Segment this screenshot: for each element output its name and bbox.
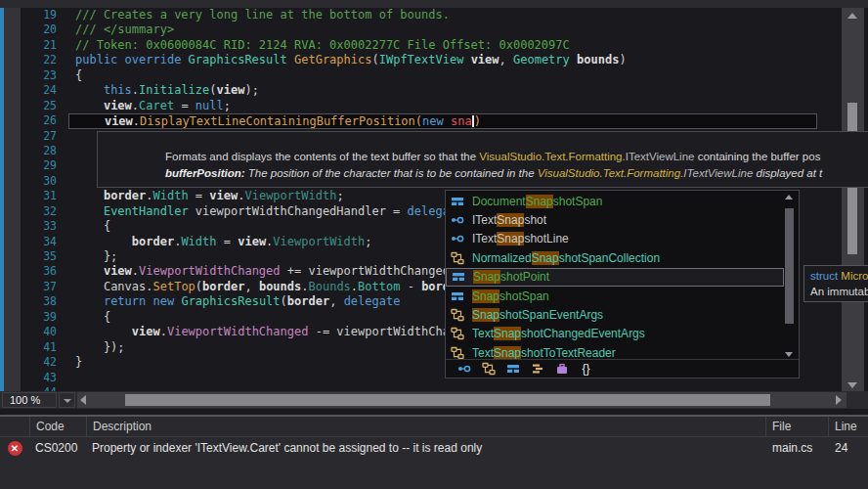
- severity-column-header[interactable]: [0, 417, 30, 436]
- completion-item[interactable]: TextSnapshotChangedEventArgs: [446, 325, 784, 343]
- error-file: main.cs: [766, 441, 829, 455]
- code-line[interactable]: 22public override GraphicsResult GetGrap…: [0, 53, 843, 67]
- interface-filter-icon[interactable]: [452, 361, 476, 377]
- code-text: view.Caret = null;: [68, 99, 817, 113]
- completion-list[interactable]: DocumentSnapshotSpanITextSnapshotITextSn…: [446, 192, 784, 363]
- completion-item-selected[interactable]: SnapshotPoint: [446, 268, 784, 287]
- class-icon: [451, 251, 466, 265]
- code-text: public override GraphicsResult GetGraphi…: [68, 53, 817, 67]
- scroll-left-arrow-icon[interactable]: [80, 395, 86, 405]
- error-list-panel: Code Description File Line ✕ CS0200 Prop…: [0, 415, 868, 489]
- error-list-header: Code Description File Line: [0, 417, 868, 437]
- completion-item-tooltip: struct Micro An immutabl: [803, 265, 868, 302]
- line-number: 32: [0, 204, 57, 219]
- error-icon: ✕: [8, 441, 22, 456]
- match-highlight: Snap: [497, 213, 524, 227]
- match-highlight: Snap: [494, 346, 521, 360]
- line-number: 34: [0, 235, 57, 249]
- line-number: 26: [0, 113, 57, 128]
- completion-item-label: NormalizedSnapshotSpanCollection: [472, 251, 660, 265]
- class-icon: [451, 346, 466, 360]
- line-column-header[interactable]: Line: [829, 420, 868, 433]
- class-filter-icon[interactable]: [476, 361, 500, 377]
- line-number: 36: [0, 264, 57, 279]
- zoom-level-control[interactable]: 100 %: [2, 392, 57, 408]
- completion-scroll-down-icon[interactable]: [785, 352, 793, 357]
- scroll-right-arrow-icon[interactable]: [836, 395, 842, 405]
- line-number: 27: [0, 129, 57, 144]
- completion-scroll-up-icon[interactable]: [785, 195, 793, 200]
- parameter-description: bufferPosition: The position of the char…: [98, 165, 868, 182]
- line-number: 20: [0, 22, 57, 37]
- editor-horizontal-scrollbar[interactable]: [77, 392, 846, 408]
- completion-item-label: SnapshotSpan: [472, 289, 549, 303]
- code-line[interactable]: 21// Token: 0x0600084C RID: 2124 RVA: 0x…: [0, 38, 843, 53]
- line-number: 22: [0, 53, 57, 67]
- match-highlight: Snap: [494, 327, 521, 340]
- completion-scrollbar[interactable]: [783, 193, 796, 359]
- zoom-level-value: 100 %: [10, 394, 40, 406]
- line-number: 21: [0, 38, 57, 53]
- enum-filter-icon[interactable]: [525, 361, 549, 377]
- code-editor[interactable]: 19/// Creates a very long line at the bo…: [0, 0, 868, 409]
- scroll-down-arrow-icon[interactable]: [847, 382, 857, 388]
- error-description: Property or indexer 'ITextView.Caret' ca…: [86, 441, 766, 455]
- code-text: // Token: 0x0600084C RID: 2124 RVA: 0x00…: [68, 38, 817, 53]
- completion-item-label: DocumentSnapshotSpan: [472, 195, 602, 208]
- error-row[interactable]: ✕ CS0200 Property or indexer 'ITextView.…: [0, 437, 868, 459]
- code-line[interactable]: 26 view.DisplayTextLineContainingBufferP…: [0, 113, 843, 128]
- line-number: 43: [0, 371, 57, 385]
- struct-filter-icon[interactable]: [500, 361, 525, 377]
- completion-item[interactable]: SnapshotSpanEventArgs: [446, 305, 784, 324]
- line-number: 31: [0, 189, 57, 203]
- code-line[interactable]: 25 view.Caret = null;: [0, 99, 843, 113]
- description-column-header[interactable]: Description: [87, 417, 766, 436]
- line-number: 33: [0, 219, 57, 234]
- completion-item[interactable]: NormalizedSnapshotSpanCollection: [446, 248, 784, 267]
- code-line[interactable]: 24 this.Initialize(view);: [0, 83, 843, 98]
- zoom-dropdown-button[interactable]: [59, 392, 75, 408]
- code-line[interactable]: 19/// Creates a very long line at the bo…: [0, 8, 843, 22]
- class-icon: [451, 308, 466, 322]
- editor-top-strip: [0, 0, 868, 8]
- code-text: view.DisplayTextLineContainingBufferPosi…: [68, 113, 817, 128]
- snippet-filter-icon[interactable]: {}: [574, 361, 598, 377]
- line-number: 28: [0, 144, 57, 158]
- file-column-header[interactable]: File: [766, 417, 829, 436]
- completion-item[interactable]: ITextSnapshotLine: [446, 230, 784, 248]
- editor-vertical-scrollbar[interactable]: [842, 8, 864, 393]
- code-column-header[interactable]: Code: [30, 417, 87, 436]
- completion-item-label: TextSnapshotToTextReader: [472, 346, 616, 360]
- module-filter-icon[interactable]: [549, 361, 574, 377]
- chevron-down-icon: [64, 399, 71, 403]
- code-line[interactable]: 20/// </summary>: [0, 22, 843, 37]
- completion-item[interactable]: DocumentSnapshotSpan: [446, 192, 784, 210]
- completion-item[interactable]: SnapshotSpan: [446, 287, 784, 305]
- line-number: 19: [0, 8, 57, 22]
- completion-item[interactable]: ITextSnapshot: [446, 210, 784, 229]
- match-highlight: Snap: [473, 270, 500, 284]
- signature-row: ▲ 1 of 2 ▼void ITextView.DisplayTextLine…: [98, 132, 868, 149]
- struct-icon: [452, 270, 467, 284]
- intellisense-popup: DocumentSnapshotSpanITextSnapshotITextSn…: [445, 190, 800, 378]
- tooltip-type-declaration: struct Micro: [810, 268, 868, 284]
- line-number: 40: [0, 325, 57, 339]
- completion-item-label: TextSnapshotChangedEventArgs: [472, 327, 645, 340]
- interface-icon: [451, 232, 466, 245]
- parameter-info-tooltip: ▲ 1 of 2 ▼void ITextView.DisplayTextLine…: [97, 131, 868, 188]
- completion-scroll-thumb[interactable]: [785, 208, 794, 324]
- line-number: 30: [0, 174, 57, 189]
- line-number: 29: [0, 158, 57, 173]
- completion-item-label: SnapshotPoint: [473, 270, 549, 284]
- scroll-up-arrow-icon[interactable]: [847, 13, 857, 19]
- error-line: 24: [829, 441, 868, 455]
- code-line[interactable]: 23{: [0, 68, 843, 83]
- line-number: 23: [0, 68, 57, 83]
- match-highlight: Snap: [532, 251, 559, 265]
- completion-item-label: ITextSnapshotLine: [472, 232, 569, 245]
- horizontal-scroll-thumb[interactable]: [125, 394, 770, 406]
- tooltip-type-summary: An immutabl: [810, 284, 868, 299]
- error-code: CS0200: [29, 441, 86, 455]
- completion-filter-bar: {}: [446, 359, 799, 378]
- struct-icon: [451, 289, 466, 303]
